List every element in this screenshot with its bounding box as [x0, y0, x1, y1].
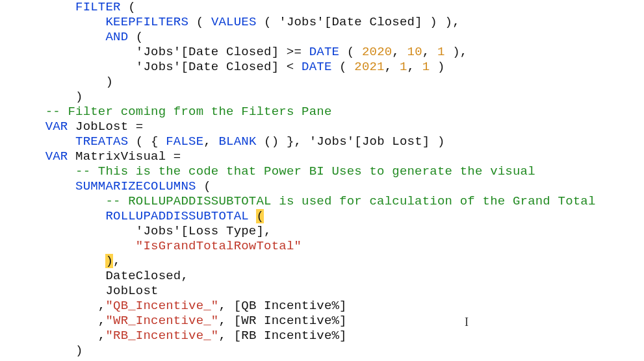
code-text: [249, 209, 257, 223]
number: 1: [422, 60, 430, 74]
code-text: ,: [422, 45, 437, 59]
keyword-rollupaddissubtotal: ROLLUPADDISSUBTOTAL: [105, 209, 248, 223]
code-text: () }, 'Jobs'[Job Lost] ): [257, 134, 445, 149]
code-line: ,: [0, 329, 105, 343]
highlighted-open-paren: (: [256, 209, 264, 223]
keyword-false: FALSE: [166, 134, 203, 149]
code-text: ,: [392, 45, 407, 59]
code-line: 'Jobs'[Date Closed] >=: [0, 45, 309, 59]
string: "IsGrandTotalRowTotal": [136, 239, 302, 253]
code-text: (: [188, 15, 211, 29]
code-text: ( {: [128, 134, 166, 149]
keyword-and: AND: [105, 30, 128, 44]
code-line: 'Jobs'[Loss Type],: [0, 224, 272, 238]
code-text: (: [196, 179, 211, 193]
code-text: ( 'Jobs'[Date Closed] ) ),: [257, 15, 460, 29]
keyword-var: VAR: [45, 119, 68, 134]
code-line: [0, 119, 45, 134]
code-editor[interactable]: FILTER ( KEEPFILTERS ( VALUES ( 'Jobs'[D…: [0, 0, 644, 361]
code-text: ,: [385, 60, 400, 74]
number: 10: [407, 45, 422, 59]
comment: -- ROLLUPADDISSUBTOTAL is used for calcu…: [105, 194, 595, 208]
code-line: [0, 254, 105, 268]
code-line: ,: [0, 299, 105, 313]
number: 1: [437, 45, 445, 59]
code-text: (: [128, 30, 143, 44]
keyword-var: VAR: [45, 149, 68, 164]
code-text: ),: [445, 45, 468, 59]
string: "RB_Incentive_": [105, 329, 218, 343]
keyword-keepfilters: KEEPFILTERS: [105, 15, 188, 29]
code-line: ): [0, 75, 113, 89]
code-line: [0, 194, 105, 208]
code-line: [0, 179, 75, 193]
code-line: 'Jobs'[Date Closed] <: [0, 60, 302, 74]
code-line: ): [0, 90, 83, 104]
keyword-treatas: TREATAS: [75, 134, 128, 149]
code-line: [0, 149, 45, 164]
highlighted-close-paren: ): [105, 254, 113, 268]
code-line: [0, 105, 45, 119]
code-text: ): [430, 60, 444, 74]
code-line: [0, 209, 105, 223]
keyword-summarizecolumns: SUMMARIZECOLUMNS: [75, 179, 196, 193]
comment: -- Filter coming from the Filters Pane: [45, 105, 332, 119]
code-line: [0, 134, 75, 149]
keyword-date: DATE: [302, 60, 331, 74]
comment: -- This is the code that Power BI Uses t…: [75, 164, 535, 179]
number: 1: [400, 60, 407, 74]
keyword-values: VALUES: [211, 15, 257, 29]
code-text: ,: [113, 254, 121, 268]
number: 2021: [354, 60, 384, 74]
code-line: [0, 0, 75, 14]
code-text: MatrixVisual =: [68, 149, 181, 164]
code-text: (: [332, 60, 355, 74]
code-line: ): [0, 343, 83, 358]
number: 2020: [362, 45, 392, 59]
code-text: , [RB Incentive%]: [218, 329, 346, 343]
code-line: [0, 15, 105, 29]
code-line: [0, 164, 75, 179]
code-line: JobLost: [0, 284, 159, 298]
code-text: ,: [203, 134, 218, 149]
string: "WR_Incentive_": [105, 314, 218, 328]
code-text: , [QB Incentive%]: [218, 299, 346, 313]
code-line: [0, 30, 105, 44]
code-line: [0, 239, 136, 253]
code-line: DateClosed,: [0, 269, 188, 283]
code-text: , [WR Incentive%]: [218, 314, 346, 328]
code-text: (: [339, 45, 362, 59]
code-text: JobLost =: [68, 119, 143, 134]
keyword-date: DATE: [309, 45, 339, 59]
code-text: ,: [407, 60, 422, 74]
keyword-filter: FILTER: [75, 0, 121, 14]
code-text: (: [121, 0, 136, 14]
string: "QB_Incentive_": [105, 299, 218, 313]
code-line: ,: [0, 314, 105, 328]
keyword-evaluate: EVALUATE: [0, 358, 60, 361]
keyword-blank: BLANK: [219, 134, 257, 149]
